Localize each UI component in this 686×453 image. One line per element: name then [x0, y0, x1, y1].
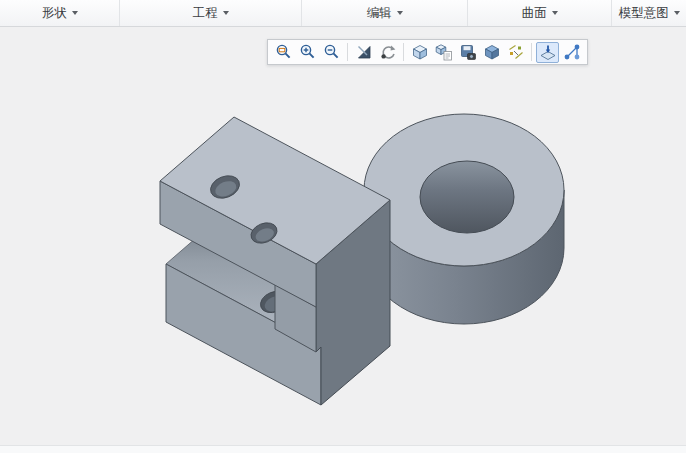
zoom-window-button[interactable] [272, 42, 295, 63]
menu-model-intent-label: 模型意图 [619, 5, 669, 22]
zoom-area-icon [355, 43, 373, 61]
menu-edit[interactable]: 编辑 [302, 0, 468, 26]
menu-engineering[interactable]: 工程 [120, 0, 302, 26]
capture-view-button[interactable] [456, 42, 479, 63]
model-eye-lug [364, 114, 564, 324]
zoom-in-button[interactable] [296, 42, 319, 63]
menu-engineering-label: 工程 [193, 5, 218, 22]
iso-view-button[interactable] [408, 42, 431, 63]
normal-to-view-button[interactable] [536, 42, 559, 63]
menu-shape-label: 形状 [42, 5, 67, 22]
viewport-canvas[interactable] [0, 0, 686, 453]
named-view-icon [435, 43, 453, 61]
zoom-in-icon [299, 43, 317, 61]
link-nodes-icon [563, 43, 581, 61]
status-strip [0, 445, 686, 453]
zoom-area-button[interactable] [352, 42, 375, 63]
toolbar-separator [403, 43, 404, 61]
shaded-view-icon [483, 43, 501, 61]
chevron-down-icon [674, 11, 680, 15]
lug-bore-hole [420, 161, 514, 233]
chevron-down-icon [397, 11, 403, 15]
menu-edit-label: 编辑 [367, 5, 392, 22]
named-view-button[interactable] [432, 42, 455, 63]
chevron-down-icon [552, 11, 558, 15]
toolbar-separator [347, 43, 348, 61]
orbit-icon [379, 43, 397, 61]
capture-view-icon [459, 43, 477, 61]
zoom-window-icon [275, 43, 293, 61]
chevron-down-icon [72, 11, 78, 15]
menu-shape[interactable]: 形状 [0, 0, 120, 26]
dimension-button[interactable] [504, 42, 527, 63]
menu-model-intent[interactable]: 模型意图 [612, 0, 686, 26]
normal-to-view-icon [539, 43, 557, 61]
link-nodes-button[interactable] [560, 42, 583, 63]
toolbar-separator [531, 43, 532, 61]
orbit-button[interactable] [376, 42, 399, 63]
menubar: 形状 工程 编辑 曲面 模型意图 [0, 0, 686, 27]
dimension-icon [507, 43, 525, 61]
menu-surface-label: 曲面 [522, 5, 547, 22]
view-toolbar [267, 39, 588, 65]
menu-surface[interactable]: 曲面 [468, 0, 612, 26]
zoom-out-button[interactable] [320, 42, 343, 63]
zoom-out-icon [323, 43, 341, 61]
chevron-down-icon [223, 11, 229, 15]
iso-view-icon [411, 43, 429, 61]
shaded-view-button[interactable] [480, 42, 503, 63]
